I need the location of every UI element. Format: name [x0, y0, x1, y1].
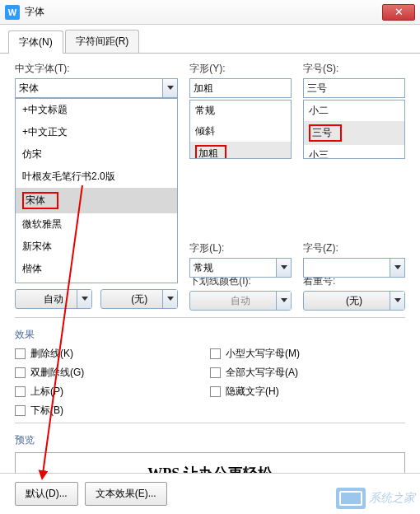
style-option[interactable]: 加粗	[190, 142, 291, 159]
label-sup: 上标(P)	[30, 385, 63, 399]
font-option-label: 宋体	[22, 192, 58, 209]
titlebar: W 字体 ✕	[0, 0, 420, 25]
preview-title: 预览	[15, 433, 405, 447]
chinese-font-dropdown[interactable]: +中文标题 +中文正文 仿宋 叶根友毛笔行书2.0版 宋体 微软雅黑 新宋体 楷…	[15, 98, 178, 283]
label-size2: 字号(Z):	[303, 241, 405, 255]
chevron-down-icon[interactable]	[390, 292, 404, 310]
label-sub: 下标(B)	[30, 404, 63, 418]
label-style2: 字形(L):	[189, 241, 292, 255]
font-option[interactable]: 楷体	[16, 258, 177, 280]
font-option[interactable]: +中文标题	[16, 99, 177, 121]
chevron-down-icon[interactable]	[162, 79, 177, 97]
font-option[interactable]: 微软雅黑	[16, 213, 177, 236]
text-effects-button[interactable]: 文本效果(E)...	[85, 482, 167, 506]
chevron-down-icon[interactable]	[77, 290, 91, 308]
size-option[interactable]: 小二	[304, 100, 404, 121]
font-option[interactable]: 新宋体	[16, 236, 177, 258]
label-size: 字号(S):	[303, 62, 405, 76]
checkbox-dblstrike[interactable]	[15, 367, 26, 378]
style2-combo[interactable]: 常规	[189, 258, 292, 278]
font-color-combo[interactable]: 自动	[15, 289, 92, 309]
watermark-icon	[336, 488, 366, 509]
size-option-label: 三号	[309, 124, 342, 142]
size-listbox[interactable]: 小二 三号 小三	[303, 100, 405, 159]
effects-section: 效果 删除线(K) 小型大写字母(M) 双删除线(G) 全部大写字母(A) 上标…	[15, 317, 405, 418]
emphasis-value: (无)	[346, 294, 362, 308]
tab-font[interactable]: 字体(N)	[8, 30, 63, 54]
watermark-text: 系统之家	[369, 491, 415, 506]
style-option[interactable]: 常规	[190, 100, 291, 121]
label-allcaps: 全部大写字母(A)	[226, 366, 298, 380]
underline-combo[interactable]: (无)	[100, 289, 178, 309]
underline-value: (无)	[131, 292, 147, 306]
size-option[interactable]: 三号	[304, 121, 404, 145]
chevron-down-icon[interactable]	[162, 290, 177, 308]
style-input[interactable]	[189, 78, 292, 98]
label-hidden: 隐藏文字(H)	[226, 385, 279, 399]
effects-title: 效果	[15, 328, 405, 342]
checkbox-smallcaps[interactable]	[210, 348, 221, 359]
checkbox-sub[interactable]	[15, 405, 26, 416]
emphasis-combo[interactable]: (无)	[303, 291, 405, 311]
label-dblstrike: 双删除线(G)	[30, 366, 84, 380]
font-option[interactable]: 仿宋	[16, 143, 177, 166]
tab-strip: 字体(N) 字符间距(R)	[0, 25, 420, 54]
label-smallcaps: 小型大写字母(M)	[226, 347, 300, 361]
size2-combo[interactable]	[303, 258, 405, 278]
window-title: 字体	[25, 5, 382, 19]
font-option[interactable]: 黑体	[16, 280, 177, 283]
checkbox-hidden[interactable]	[210, 386, 221, 397]
tab-spacing[interactable]: 字符间距(R)	[65, 30, 140, 53]
checkbox-sup[interactable]	[15, 386, 26, 397]
label-chinese-font: 中文字体(T):	[15, 62, 178, 76]
checkbox-allcaps[interactable]	[210, 367, 221, 378]
size-input[interactable]	[303, 78, 405, 98]
default-button[interactable]: 默认(D)...	[15, 482, 78, 506]
chevron-down-icon[interactable]	[390, 259, 404, 277]
style2-value: 常规	[194, 261, 213, 275]
watermark: 系统之家	[336, 488, 415, 509]
chevron-down-icon[interactable]	[276, 292, 291, 310]
chinese-font-value: 宋体	[19, 82, 39, 96]
underline-color-combo[interactable]: 自动	[189, 291, 292, 311]
app-icon: W	[5, 5, 20, 20]
size-option[interactable]: 小三	[304, 145, 404, 159]
main-panel: 中文字体(T): 宋体 +中文标题 +中文正文 仿宋 叶根友毛笔行书2.0版 宋…	[0, 54, 420, 514]
font-option[interactable]: +中文正文	[16, 121, 177, 143]
underline-color-value: 自动	[231, 294, 250, 308]
label-strike: 删除线(K)	[30, 347, 73, 361]
style-listbox[interactable]: 常规 倾斜 加粗	[189, 100, 292, 159]
font-option[interactable]: 叶根友毛笔行书2.0版	[16, 166, 177, 188]
style-option-label: 加粗	[195, 145, 226, 159]
checkbox-strike[interactable]	[15, 348, 26, 359]
chinese-font-combo[interactable]: 宋体	[15, 78, 178, 98]
close-button[interactable]: ✕	[382, 4, 415, 21]
label-style: 字形(Y):	[189, 62, 292, 76]
font-option[interactable]: 宋体	[16, 188, 177, 213]
chevron-down-icon[interactable]	[276, 259, 291, 277]
font-color-value: 自动	[44, 292, 63, 306]
style-option[interactable]: 倾斜	[190, 121, 291, 142]
